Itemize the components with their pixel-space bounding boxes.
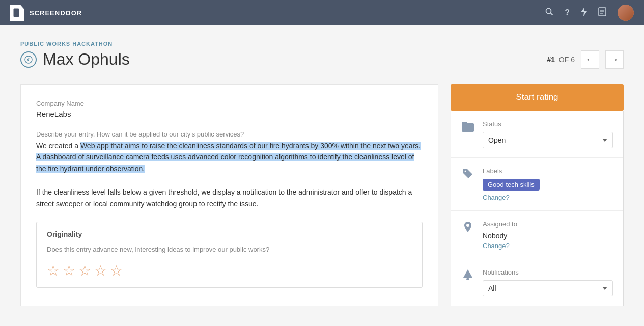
- assigned-value: Nobody: [483, 232, 613, 240]
- page-header: Max Ophuls #1 OF 6 ← →: [20, 50, 624, 69]
- description-field: Describe your entry. How can it be appli…: [36, 130, 423, 174]
- stars-container: ☆ ☆ ☆ ☆ ☆: [47, 262, 412, 279]
- star-4[interactable]: ☆: [94, 262, 107, 279]
- star-5[interactable]: ☆: [110, 262, 123, 279]
- brand-name: SCREENDOOR: [30, 9, 82, 17]
- sidebar: Start rating Status Open Closed: [451, 84, 624, 306]
- rating-box-question: Does this entry advance new, interesting…: [47, 244, 412, 255]
- labels-content: Labels Good tech skills Change?: [483, 167, 613, 201]
- company-value: ReneLabs: [36, 110, 423, 118]
- folder-icon: [461, 121, 474, 135]
- label-tag: Good tech skills: [483, 179, 540, 191]
- svg-point-9: [465, 171, 466, 172]
- svg-point-10: [466, 224, 469, 227]
- help-icon[interactable]: ?: [565, 8, 570, 17]
- pagination-info: #1 OF 6: [547, 56, 575, 64]
- svg-point-8: [25, 56, 32, 63]
- search-icon[interactable]: [545, 8, 553, 18]
- labels-label: Labels: [483, 167, 613, 175]
- submission-content: Company Name ReneLabs Describe your entr…: [20, 84, 438, 306]
- svg-line-2: [551, 13, 553, 15]
- page-header-left: Max Ophuls: [20, 50, 130, 69]
- description-label: Describe your entry. How can it be appli…: [36, 130, 423, 138]
- svg-marker-11: [463, 269, 472, 278]
- assigned-label: Assigned to: [483, 220, 613, 228]
- back-button[interactable]: [20, 51, 37, 68]
- page-container: PUBLIC WORKS HACKATHON Max Ophuls #1 OF …: [0, 25, 644, 321]
- assigned-content: Assigned to Nobody Change?: [483, 220, 613, 250]
- page-title: Max Ophuls: [43, 50, 130, 69]
- star-2[interactable]: ☆: [63, 262, 75, 279]
- avatar[interactable]: [618, 5, 634, 21]
- notifications-section: Notifications All None Mentions only: [451, 259, 623, 306]
- svg-marker-3: [581, 7, 587, 16]
- svg-rect-0: [14, 9, 19, 17]
- svg-point-1: [546, 9, 551, 14]
- prev-arrow[interactable]: ←: [581, 50, 599, 69]
- description-body-2: If the cleanliness level falls below a g…: [36, 186, 423, 209]
- project-label: PUBLIC WORKS HACKATHON: [20, 41, 624, 47]
- assigned-section: Assigned to Nobody Change?: [451, 211, 623, 259]
- lightning-icon[interactable]: [581, 7, 587, 18]
- navbar-right: ?: [545, 5, 634, 21]
- status-label: Status: [483, 120, 613, 128]
- main-content: Company Name ReneLabs Describe your entr…: [20, 84, 624, 306]
- pin-icon: [461, 221, 474, 237]
- star-1[interactable]: ☆: [47, 262, 60, 279]
- star-3[interactable]: ☆: [78, 262, 91, 279]
- labels-change-link[interactable]: Change?: [483, 194, 613, 201]
- tag-icon: [461, 168, 474, 182]
- avatar-image: [618, 5, 634, 21]
- labels-section: Labels Good tech skills Change?: [451, 158, 623, 211]
- company-label: Company Name: [36, 100, 423, 107]
- docs-icon[interactable]: [598, 7, 606, 18]
- sidebar-panel: Status Open Closed In Review: [451, 111, 624, 306]
- notifications-select[interactable]: All None Mentions only: [483, 280, 613, 296]
- svg-rect-12: [466, 278, 469, 280]
- start-rating-button[interactable]: Start rating: [451, 84, 624, 111]
- company-field: Company Name ReneLabs: [36, 100, 423, 118]
- page-header-right: #1 OF 6 ← →: [547, 50, 624, 69]
- notification-icon: [461, 269, 474, 285]
- status-section: Status Open Closed In Review: [451, 111, 623, 158]
- description-field-2: If the cleanliness level falls below a g…: [36, 186, 423, 209]
- assigned-change-link[interactable]: Change?: [483, 242, 613, 250]
- notifications-label: Notifications: [483, 268, 613, 276]
- logo-icon[interactable]: [10, 5, 24, 21]
- status-select[interactable]: Open Closed In Review: [483, 132, 613, 148]
- navbar-left: SCREENDOOR: [10, 5, 82, 21]
- notifications-content: Notifications All None Mentions only: [483, 268, 613, 296]
- description-body: We created a Web app that aims to raise …: [36, 140, 423, 174]
- status-content: Status Open Closed In Review: [483, 120, 613, 148]
- rating-box-title: Originality: [47, 230, 412, 238]
- next-arrow[interactable]: →: [605, 50, 624, 69]
- rating-box: Originality Does this entry advance new,…: [36, 222, 423, 288]
- navbar: SCREENDOOR ?: [0, 0, 644, 25]
